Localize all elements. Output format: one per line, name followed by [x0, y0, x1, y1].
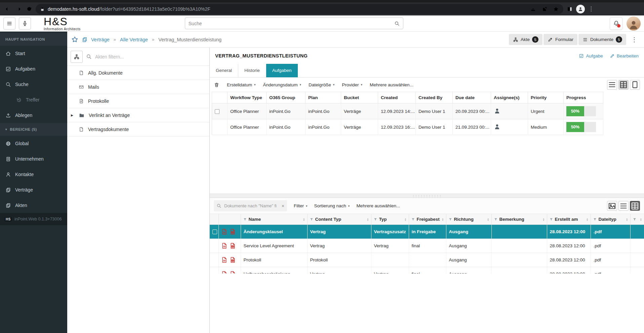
- sort-arrows-icon[interactable]: ▲▼: [303, 218, 305, 221]
- document-row[interactable]: ÄnderungsklauselVertragVertragszusatzin …: [210, 225, 644, 239]
- back-icon[interactable]: [3, 5, 12, 13]
- doc-checkbox[interactable]: [212, 230, 217, 234]
- docs-header-freigabest-[interactable]: Freigabest...▲▼: [409, 214, 446, 225]
- global-search-input[interactable]: [189, 21, 394, 26]
- tasks-header-bucket[interactable]: Bucket: [341, 92, 378, 103]
- sidebar-item-ablegen[interactable]: Ablegen: [0, 108, 67, 123]
- user-avatar[interactable]: [627, 16, 641, 31]
- menu-toggle-button[interactable]: [3, 17, 15, 30]
- dokumente-button[interactable]: Dokumente 5: [578, 34, 626, 45]
- favorite-star-icon[interactable]: [71, 36, 78, 43]
- sidebar-item-aufgaben[interactable]: Aufgaben: [0, 61, 67, 77]
- docs-header-typ[interactable]: Typ▲▼: [371, 214, 409, 225]
- sort-arrows-icon[interactable]: ▲▼: [442, 218, 444, 221]
- copy-icon[interactable]: [82, 37, 88, 43]
- documents-more-select[interactable]: Mehrere auswählen...: [356, 203, 400, 208]
- filter-funnel-icon[interactable]: [448, 217, 452, 221]
- tasks-header-assignee-s-[interactable]: Assignee(s): [491, 92, 528, 103]
- tasks-header-o365-group[interactable]: O365 Group: [267, 92, 306, 103]
- side-panel-icon[interactable]: [565, 5, 574, 13]
- tasks-header-workflow-type[interactable]: Workflow Type: [228, 92, 267, 103]
- tasks-header-priority[interactable]: Priority: [528, 92, 564, 103]
- assignee-icon[interactable]: [494, 123, 500, 130]
- pdf-file-icon[interactable]: [222, 243, 227, 249]
- filter-dropdown-erstelldatum[interactable]: Erstelldatum▾: [227, 82, 256, 87]
- task-row[interactable]: Office PlannerinPoint.GoinPoint.GoVerträ…: [212, 119, 603, 135]
- tab-general[interactable]: General: [210, 64, 238, 77]
- sort-arrows-icon[interactable]: ▲▼: [640, 218, 642, 221]
- breadcrumb-vertraege[interactable]: Verträge: [91, 37, 110, 42]
- filter-funnel-icon[interactable]: [373, 217, 377, 221]
- notifications-button[interactable]: [610, 17, 622, 30]
- view-image-button[interactable]: [607, 201, 617, 211]
- docs-header-bemerkung[interactable]: Bemerkung▲▼: [491, 214, 547, 225]
- filter-funnel-icon[interactable]: [494, 217, 498, 221]
- pdf-preview-icon[interactable]: [230, 271, 236, 274]
- filter-funnel-icon[interactable]: [593, 217, 597, 221]
- sidebar-item-unternehmen[interactable]: Unternehmen: [0, 151, 67, 167]
- view-list-button[interactable]: [618, 201, 629, 211]
- sidebar-item-treffer[interactable]: Treffer: [0, 92, 67, 108]
- breadcrumb-alle-vertraege[interactable]: Alle Verträge: [120, 37, 148, 42]
- filter-funnel-icon[interactable]: [633, 217, 637, 221]
- share-icon[interactable]: [541, 6, 548, 12]
- sidebar-item-verträge[interactable]: Verträge: [0, 182, 67, 198]
- akte-button[interactable]: Akte 5: [509, 34, 542, 45]
- tree-item-vertragsdokumente[interactable]: Vertragsdokumente: [67, 122, 209, 136]
- sort-dropdown[interactable]: Sortierung nach▾: [314, 203, 350, 208]
- tasks-header-due-date[interactable]: Due date: [453, 92, 491, 103]
- filter-funnel-icon[interactable]: [549, 217, 553, 221]
- trash-icon[interactable]: [214, 82, 219, 88]
- sort-arrows-icon[interactable]: ▲▼: [487, 218, 489, 221]
- docs-header-erstellt-am[interactable]: Erstellt am▲▼: [547, 214, 591, 225]
- browser-menu-icon[interactable]: ⋮: [587, 6, 595, 12]
- url-bar[interactable]: demodaten.hs-soft.cloud/folder?uri=64395…: [36, 4, 563, 14]
- sort-arrows-icon[interactable]: ▲▼: [404, 218, 406, 221]
- download-icon[interactable]: [530, 6, 536, 12]
- tasks-header-plan[interactable]: Plan: [306, 92, 341, 103]
- documents-search-input[interactable]: [224, 203, 279, 208]
- task-row[interactable]: Office PlannerinPoint.GoinPoint.GoVerträ…: [212, 103, 603, 119]
- search-icon[interactable]: [394, 21, 400, 26]
- view-table-button[interactable]: [618, 80, 629, 90]
- sort-arrows-icon[interactable]: ▲▼: [367, 218, 369, 221]
- docs-header-e[interactable]: E▲▼: [630, 214, 644, 225]
- pdf-file-icon[interactable]: [222, 271, 227, 274]
- filter-dropdown-dateigröße[interactable]: Dateigröße▾: [309, 82, 334, 87]
- sidebar-item-start[interactable]: Start: [0, 46, 67, 61]
- docs-header-dateityp[interactable]: Dateityp▲▼: [591, 214, 630, 225]
- docs-header-name[interactable]: Name▲▼: [241, 214, 307, 225]
- sort-arrows-icon[interactable]: ▲▼: [626, 218, 628, 221]
- bookmark-star-icon[interactable]: [553, 6, 559, 12]
- document-row[interactable]: HaftungsbeschränkungVertragVertragfinalA…: [210, 267, 644, 274]
- caret-down-icon[interactable]: ▾: [5, 128, 7, 131]
- sort-arrows-icon[interactable]: ▲▼: [542, 218, 545, 221]
- bearbeiten-link[interactable]: Bearbeiten: [610, 53, 639, 58]
- document-row[interactable]: ProtokollProtokollAusgang28.08.2023 12:0…: [210, 253, 644, 267]
- sort-arrows-icon[interactable]: ▲▼: [586, 218, 588, 221]
- browser-profile-avatar[interactable]: [576, 5, 585, 13]
- docs-header-content-typ[interactable]: Content Typ▲▼: [307, 214, 371, 225]
- pdf-preview-icon[interactable]: [230, 228, 236, 235]
- task-checkbox[interactable]: [215, 109, 219, 114]
- pdf-preview-icon[interactable]: [230, 257, 236, 263]
- pdf-file-icon[interactable]: [222, 257, 227, 263]
- tree-item-verlinkt-an-verträge[interactable]: ▶Verlinkt an Verträge: [67, 108, 209, 122]
- tree-item-protokolle[interactable]: Protokolle: [67, 94, 209, 108]
- filter-funnel-icon[interactable]: [411, 217, 415, 221]
- tree-item-allg-dokumente[interactable]: Allg. Dokumente: [67, 66, 209, 80]
- view-card-button[interactable]: [630, 80, 640, 90]
- aufgabe-link[interactable]: Aufgabe: [579, 53, 603, 58]
- pdf-file-icon[interactable]: [222, 228, 227, 235]
- sidebar-item-kontakte[interactable]: Kontakte: [0, 167, 67, 182]
- tasks-more-select[interactable]: Mehrere auswählen...: [370, 82, 413, 87]
- filter-dropdown[interactable]: Filter▾: [294, 203, 308, 208]
- sidebar-item-global[interactable]: Global: [0, 136, 67, 151]
- tree-filter-input[interactable]: [95, 54, 206, 59]
- tab-historie[interactable]: Historie: [238, 64, 266, 77]
- formular-button[interactable]: Formular: [544, 34, 577, 45]
- assignee-icon[interactable]: [494, 108, 500, 114]
- clear-search-icon[interactable]: ×: [282, 203, 284, 209]
- panel-splitter[interactable]: [210, 194, 644, 198]
- voice-search-button[interactable]: [19, 17, 31, 30]
